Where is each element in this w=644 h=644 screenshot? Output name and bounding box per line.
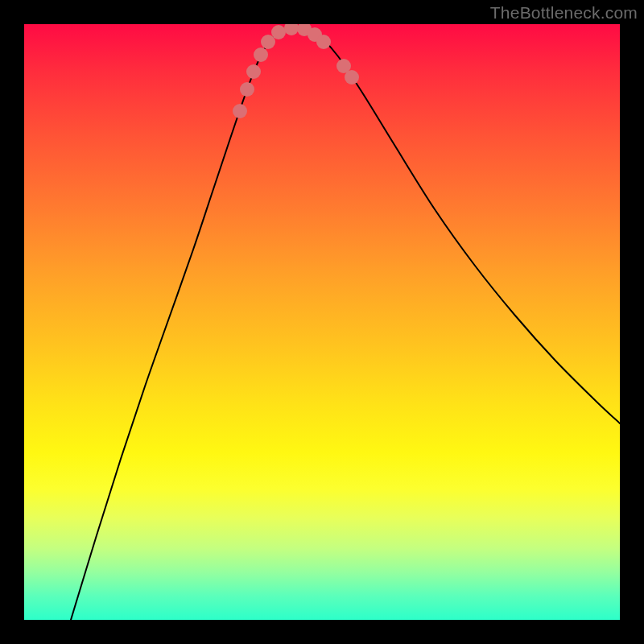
highlight-dot bbox=[233, 104, 247, 118]
highlight-dot bbox=[240, 82, 254, 97]
highlight-dot bbox=[316, 35, 331, 49]
highlight-dot bbox=[271, 25, 286, 39]
highlight-dot bbox=[284, 24, 299, 35]
highlight-dot bbox=[254, 47, 268, 62]
chart-plot-area bbox=[24, 24, 620, 620]
chart-svg bbox=[24, 24, 620, 620]
highlight-dot bbox=[246, 64, 261, 79]
bottleneck-curve bbox=[71, 27, 620, 620]
watermark-text: TheBottleneck.com bbox=[490, 3, 638, 23]
highlight-dot bbox=[345, 70, 359, 85]
highlight-dots-group bbox=[233, 24, 359, 118]
